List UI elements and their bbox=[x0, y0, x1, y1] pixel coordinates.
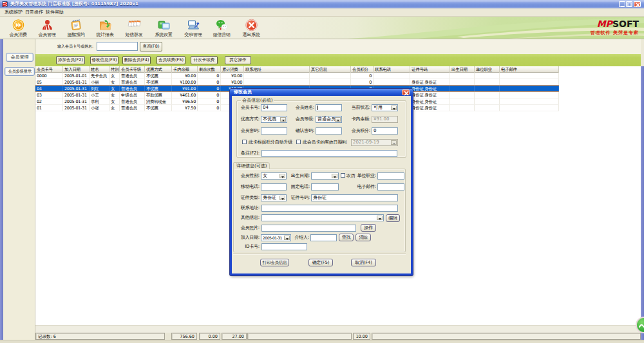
column-header[interactable]: 优惠方式 bbox=[145, 66, 172, 73]
column-header[interactable]: 会员积分 bbox=[351, 66, 374, 73]
dropdown-arrow-icon[interactable] bbox=[280, 117, 286, 122]
maximize-icon[interactable] bbox=[626, 1, 632, 7]
level-select[interactable]: 普通会员 bbox=[316, 116, 342, 123]
dialog-title: 修改会员 bbox=[234, 89, 252, 96]
query-button[interactable]: 查询(F8) bbox=[140, 42, 162, 51]
column-header[interactable]: 卡内余额 bbox=[172, 66, 198, 73]
menu-system[interactable]: 系统维护 bbox=[5, 8, 23, 16]
column-header[interactable]: 剩余次数 bbox=[198, 66, 221, 73]
column-header[interactable]: 出生日期 bbox=[450, 66, 475, 73]
discount-select[interactable]: 不优惠 bbox=[261, 116, 287, 123]
toolbar-button-exit[interactable]: 退出系统 bbox=[238, 18, 265, 38]
auto-upgrade-checkbox[interactable] bbox=[242, 140, 247, 144]
renew-member-button[interactable]: 会员续费(F5) bbox=[156, 56, 185, 64]
remark-input[interactable] bbox=[261, 150, 397, 157]
job-input[interactable] bbox=[377, 172, 404, 180]
phone-input[interactable] bbox=[311, 183, 339, 190]
dropdown-arrow-icon[interactable] bbox=[377, 216, 383, 220]
menu-help[interactable]: 软件帮助 bbox=[46, 8, 64, 16]
balance-input[interactable]: ¥91.00 bbox=[372, 116, 398, 123]
expire-date-select[interactable]: 2021-09-19 bbox=[351, 139, 398, 146]
card-no-input[interactable]: 04 bbox=[261, 104, 287, 111]
column-header[interactable]: 电子邮件 bbox=[500, 66, 559, 73]
table-cell: 0000 bbox=[35, 73, 63, 79]
edit-button[interactable]: 编辑 bbox=[386, 214, 400, 222]
expire-checkbox[interactable] bbox=[296, 140, 301, 144]
photo-input[interactable] bbox=[261, 225, 356, 232]
record-count: 记录数: 6 bbox=[35, 333, 165, 340]
photo-operation-button[interactable]: 操作 bbox=[361, 224, 376, 232]
column-header[interactable]: 其它信息 bbox=[310, 66, 351, 73]
join-date-select[interactable]: 2005-01-31 bbox=[261, 234, 291, 241]
status-spacer-1 bbox=[247, 333, 352, 340]
status-spacer-2 bbox=[372, 333, 641, 340]
column-header[interactable]: 联系电话 bbox=[374, 66, 410, 73]
column-header[interactable]: 会员卡号 bbox=[35, 66, 63, 73]
table-cell bbox=[475, 92, 500, 98]
referrer-input[interactable] bbox=[310, 234, 337, 241]
other-info-select[interactable] bbox=[261, 214, 384, 221]
column-header[interactable]: 累计消费 bbox=[221, 66, 244, 73]
column-header[interactable]: 姓名 bbox=[90, 66, 109, 73]
gender-select[interactable]: 女 bbox=[261, 172, 287, 180]
toolbar-button-member-manage[interactable]: 会员管理 bbox=[33, 18, 61, 38]
column-header[interactable]: 加入日期 bbox=[63, 66, 90, 73]
table-cell: 普通会员 bbox=[120, 98, 145, 105]
find-button[interactable]: 查找 bbox=[339, 234, 354, 241]
dropdown-arrow-icon[interactable] bbox=[335, 117, 341, 122]
dialog-close-icon[interactable] bbox=[402, 89, 410, 95]
column-header[interactable]: 证件号码 bbox=[410, 66, 450, 73]
balance-label: 卡内余额: bbox=[345, 116, 370, 123]
column-header[interactable]: 单位职业 bbox=[475, 66, 500, 73]
sidebar-member-multilevel-button[interactable]: 会员多级显示 bbox=[5, 67, 35, 76]
horizontal-scrollbar[interactable] bbox=[35, 325, 641, 333]
dropdown-arrow-icon[interactable] bbox=[284, 236, 290, 240]
lunar-checkbox[interactable] bbox=[341, 173, 345, 178]
column-header[interactable]: 性别 bbox=[109, 66, 120, 73]
column-header[interactable]: 联系地址 bbox=[244, 66, 310, 73]
ok-button[interactable]: 确定(F5) bbox=[308, 259, 333, 266]
other-operations-button[interactable]: 其它操作 bbox=[225, 56, 251, 64]
close-icon[interactable] bbox=[634, 1, 641, 7]
toolbar-button-wechat[interactable]: 微信营销 bbox=[208, 18, 235, 38]
status-select[interactable]: 可用 bbox=[372, 104, 398, 111]
column-header[interactable]: 会员卡等级 bbox=[120, 66, 145, 73]
mobile-input[interactable] bbox=[261, 183, 287, 190]
birthday-select[interactable] bbox=[311, 172, 339, 180]
table-cell: 0 bbox=[198, 73, 221, 79]
print-member-info-button[interactable]: 打印会员信息 bbox=[260, 259, 289, 266]
clear-button[interactable]: 清除 bbox=[355, 234, 371, 241]
cancel-button[interactable]: 取消(F4) bbox=[351, 259, 376, 266]
search-input[interactable] bbox=[97, 42, 138, 51]
password-confirm-input[interactable] bbox=[316, 127, 342, 134]
id-card-input[interactable] bbox=[261, 243, 307, 250]
sidebar-member-manage-button[interactable]: 会员管理 bbox=[6, 53, 33, 62]
table-cell: 0 bbox=[198, 92, 221, 98]
dropdown-arrow-icon[interactable] bbox=[332, 174, 337, 178]
address-input[interactable] bbox=[261, 205, 398, 212]
member-name-input[interactable] bbox=[316, 104, 342, 111]
toolbar-button-report[interactable]: 统计报表 bbox=[91, 18, 118, 38]
dropdown-arrow-icon[interactable] bbox=[391, 106, 397, 110]
optional-info-tab[interactable]: 详细信息(可选) bbox=[233, 162, 270, 169]
email-input[interactable] bbox=[377, 183, 404, 190]
count-card-renew-button[interactable]: 计次卡续费 bbox=[191, 56, 218, 64]
table-cell: 身份证 身份证 bbox=[410, 98, 450, 105]
member-consume-icon bbox=[12, 19, 25, 32]
toolbar-button-sms[interactable]: 短信群发 bbox=[120, 18, 147, 38]
minimize-icon[interactable] bbox=[619, 1, 625, 7]
edit-member-button[interactable]: 修改信息(F3) bbox=[90, 56, 118, 64]
dropdown-arrow-icon[interactable] bbox=[391, 140, 397, 145]
add-member-button[interactable]: 添加会员(F2) bbox=[56, 56, 85, 64]
id-no-input[interactable]: 身份证 bbox=[311, 194, 398, 201]
points-input[interactable]: 0 bbox=[372, 127, 398, 134]
toolbar-button-shift[interactable]: 交班管理 bbox=[180, 18, 207, 38]
toolbar-button-member-consume[interactable]: 会员消费 bbox=[5, 18, 32, 38]
toolbar-button-reminder[interactable]: 提醒预约 bbox=[62, 18, 90, 38]
menu-daily[interactable]: 日常操作 bbox=[25, 8, 43, 16]
table-row[interactable]: 00002005-01-01无卡会员女普通会员不优惠¥0.000¥0.000 bbox=[35, 73, 559, 79]
delete-member-button[interactable]: 删除会员(F4) bbox=[122, 56, 151, 64]
password-input[interactable] bbox=[261, 127, 287, 134]
toolbar-button-settings[interactable]: 系统设置 bbox=[150, 18, 177, 38]
id-type-select[interactable]: 身份证 bbox=[261, 194, 287, 201]
